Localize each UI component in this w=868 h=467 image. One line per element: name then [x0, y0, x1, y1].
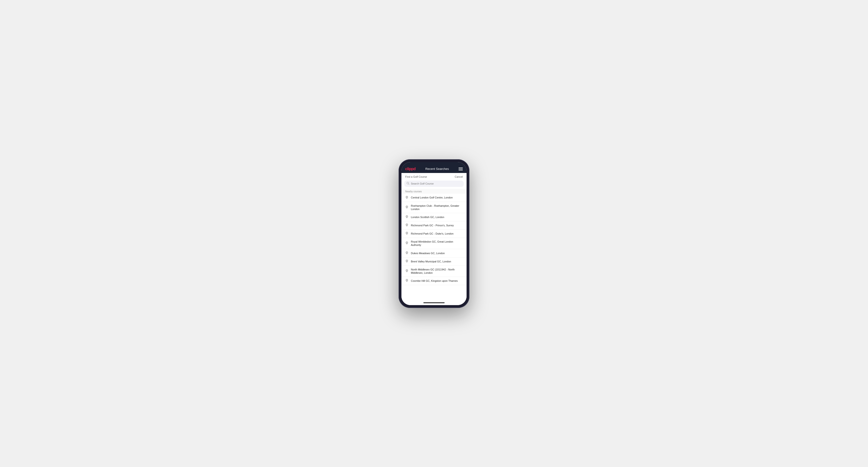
search-input[interactable]	[411, 182, 461, 185]
list-item[interactable]: North Middlesex GC (1011942 - North Midd…	[401, 266, 467, 277]
location-pin-icon	[405, 279, 408, 283]
search-container	[401, 180, 467, 189]
nav-title: Recent Searches	[425, 167, 449, 170]
course-name: Central London Golf Centre, London	[411, 196, 453, 199]
location-pin-icon	[405, 269, 408, 273]
course-name: Brent Valley Municipal GC, London	[411, 260, 451, 263]
location-pin-icon	[405, 241, 408, 245]
course-name: Richmond Park GC - Prince's, Surrey	[411, 224, 454, 227]
course-name: Roehampton Club - Roehampton, Greater Lo…	[411, 204, 463, 211]
nearby-section-label: Nearby courses	[401, 189, 467, 194]
list-item[interactable]: Dukes Meadows GC, London	[401, 249, 467, 257]
location-pin-icon	[405, 206, 408, 209]
list-item[interactable]: London Scottish GC, London	[401, 213, 467, 221]
location-pin-icon	[405, 259, 408, 263]
content-area: Find a Golf Course Cancel Nearby courses	[401, 173, 467, 305]
location-pin-icon	[405, 251, 408, 255]
list-item[interactable]: Central London Golf Centre, London	[401, 194, 467, 202]
list-item[interactable]: Coombe Hill GC, Kingston upon Thames	[401, 277, 467, 285]
search-icon	[407, 182, 409, 185]
home-indicator	[401, 301, 467, 305]
list-item[interactable]: Brent Valley Municipal GC, London	[401, 257, 467, 266]
find-header: Find a Golf Course Cancel	[401, 173, 467, 180]
course-name: Dukes Meadows GC, London	[411, 252, 445, 255]
menu-icon[interactable]	[459, 167, 463, 170]
phone-screen: clippd Recent Searches Find a Golf Cours…	[401, 162, 467, 305]
list-item[interactable]: Roehampton Club - Roehampton, Greater Lo…	[401, 202, 467, 213]
location-pin-icon	[405, 223, 408, 227]
home-bar	[423, 302, 445, 303]
course-name: Royal Wimbledon GC, Great London Authori…	[411, 240, 463, 247]
course-name: North Middlesex GC (1011942 - North Midd…	[411, 268, 463, 275]
search-box[interactable]	[404, 181, 464, 187]
course-name: Richmond Park GC - Duke's, London	[411, 232, 454, 235]
course-list: Central London Golf Centre, London Roeha…	[401, 194, 467, 301]
location-pin-icon	[405, 215, 408, 219]
location-pin-icon	[405, 232, 408, 236]
find-label: Find a Golf Course	[405, 175, 427, 178]
cancel-button[interactable]: Cancel	[455, 175, 463, 178]
list-item[interactable]: Richmond Park GC - Duke's, London	[401, 229, 467, 238]
location-pin-icon	[405, 196, 408, 199]
svg-line-1	[408, 184, 409, 185]
list-item[interactable]: Richmond Park GC - Prince's, Surrey	[401, 221, 467, 229]
status-bar	[401, 162, 467, 165]
list-item[interactable]: Royal Wimbledon GC, Great London Authori…	[401, 238, 467, 249]
nav-bar: clippd Recent Searches	[401, 165, 467, 173]
course-name: Coombe Hill GC, Kingston upon Thames	[411, 279, 458, 282]
course-name: London Scottish GC, London	[411, 215, 444, 219]
app-logo: clippd	[405, 167, 415, 171]
phone-frame: clippd Recent Searches Find a Golf Cours…	[399, 159, 469, 308]
